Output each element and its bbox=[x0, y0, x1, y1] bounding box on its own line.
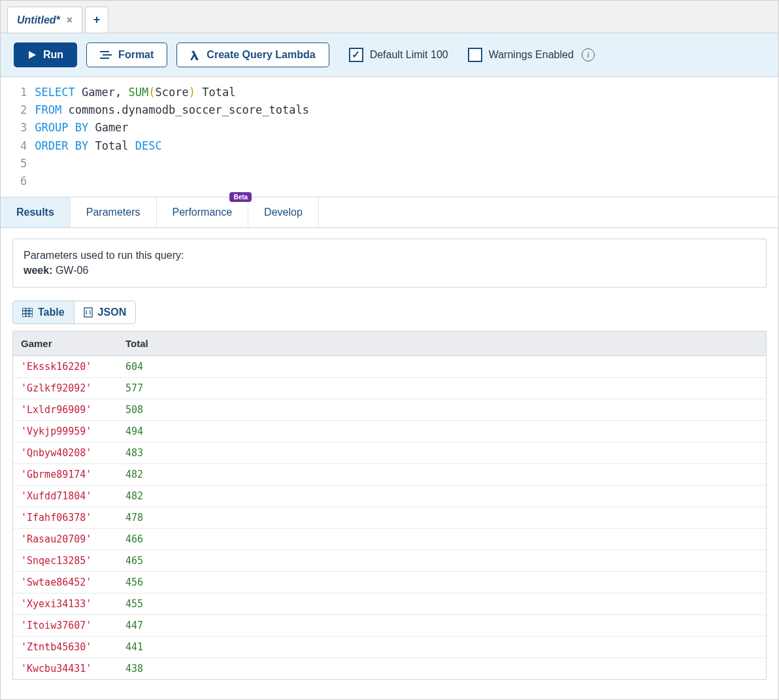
tab-performance-label: Performance bbox=[173, 207, 233, 218]
lambda-icon bbox=[190, 50, 200, 60]
table-row[interactable]: 'Vykjp99959'494 bbox=[13, 421, 766, 442]
results-table: Gamer Total 'Ekssk16220'604'Gzlkf92092'5… bbox=[12, 331, 767, 680]
table-row[interactable]: 'Qnbyw40208'483 bbox=[13, 442, 766, 464]
close-icon[interactable]: × bbox=[67, 14, 73, 26]
cell-gamer: 'Gzlkf92092' bbox=[13, 378, 118, 399]
svg-marker-0 bbox=[29, 51, 36, 59]
svg-rect-2 bbox=[103, 54, 112, 56]
cell-gamer: 'Ekssk16220' bbox=[13, 356, 118, 377]
table-row[interactable]: 'Rasau20709'466 bbox=[13, 529, 766, 550]
plus-icon: + bbox=[93, 13, 101, 27]
cell-total: 482 bbox=[118, 464, 766, 485]
cell-gamer: 'Ifahf06378' bbox=[13, 507, 118, 528]
cell-total: 465 bbox=[118, 550, 766, 571]
checkbox-icon bbox=[468, 48, 482, 62]
view-json-label: JSON bbox=[98, 307, 127, 318]
table-row[interactable]: 'Itoiw37607'447 bbox=[13, 615, 766, 637]
cell-total: 577 bbox=[118, 378, 766, 399]
cell-total: 478 bbox=[118, 507, 766, 528]
table-row[interactable]: 'Swtae86452'456 bbox=[13, 572, 766, 593]
info-icon[interactable]: i bbox=[582, 48, 595, 61]
cell-total: 441 bbox=[118, 637, 766, 658]
warnings-enabled-checkbox-wrap[interactable]: Warnings Enabled i bbox=[468, 48, 595, 62]
default-limit-label: Default Limit 100 bbox=[370, 49, 448, 61]
column-header-gamer[interactable]: Gamer bbox=[13, 331, 118, 356]
table-row[interactable]: 'Snqec13285'465 bbox=[13, 550, 766, 572]
warnings-enabled-label: Warnings Enabled bbox=[489, 49, 574, 61]
editor-tab-active[interactable]: Untitled* × bbox=[7, 7, 82, 33]
tab-performance[interactable]: Performance Beta bbox=[157, 197, 249, 227]
sql-editor[interactable]: 123456 SELECT Gamer, SUM(Score) Total FR… bbox=[1, 77, 778, 197]
svg-rect-1 bbox=[100, 51, 109, 52]
table-header: Gamer Total bbox=[13, 331, 766, 356]
table-row[interactable]: 'Ztntb45630'441 bbox=[13, 637, 766, 658]
table-row[interactable]: 'Lxldr96909'508 bbox=[13, 399, 766, 421]
table-icon bbox=[22, 308, 33, 317]
run-button-label: Run bbox=[43, 49, 63, 61]
editor-tabbar: Untitled* × + bbox=[1, 1, 778, 33]
editor-tab-title: Untitled* bbox=[17, 14, 60, 26]
cell-total: 438 bbox=[118, 658, 766, 679]
cell-gamer: 'Kwcbu34431' bbox=[13, 658, 118, 679]
cell-total: 447 bbox=[118, 615, 766, 636]
svg-rect-3 bbox=[100, 58, 109, 59]
table-row[interactable]: 'Gzlkf92092'577 bbox=[13, 378, 766, 399]
tab-results-label: Results bbox=[16, 207, 54, 218]
table-row[interactable]: 'Xufdd71804'482 bbox=[13, 486, 766, 507]
svg-rect-4 bbox=[22, 308, 33, 317]
table-row[interactable]: 'Ifahf06378'478 bbox=[13, 507, 766, 529]
cell-total: 456 bbox=[118, 572, 766, 593]
json-icon bbox=[84, 307, 93, 318]
cell-gamer: 'Itoiw37607' bbox=[13, 615, 118, 636]
app-root: Untitled* × + Run Format Create Query La… bbox=[0, 0, 779, 700]
cell-total: 455 bbox=[118, 593, 766, 614]
cell-total: 494 bbox=[118, 421, 766, 442]
format-button-label: Format bbox=[118, 49, 154, 61]
table-body: 'Ekssk16220'604'Gzlkf92092'577'Lxldr9690… bbox=[13, 356, 766, 679]
default-limit-checkbox-wrap[interactable]: Default Limit 100 bbox=[349, 48, 448, 62]
create-query-lambda-label: Create Query Lambda bbox=[207, 49, 315, 61]
cell-gamer: 'Swtae86452' bbox=[13, 572, 118, 593]
checkbox-icon bbox=[349, 48, 363, 62]
view-table-button[interactable]: Table bbox=[12, 301, 75, 324]
table-row[interactable]: 'Gbrme89174'482 bbox=[13, 464, 766, 486]
cell-gamer: 'Rasau20709' bbox=[13, 529, 118, 550]
cell-gamer: 'Xyexi34133' bbox=[13, 593, 118, 614]
tab-results[interactable]: Results bbox=[1, 197, 71, 227]
table-row[interactable]: 'Kwcbu34431'438 bbox=[13, 658, 766, 679]
cell-total: 604 bbox=[118, 356, 766, 377]
view-table-label: Table bbox=[38, 307, 65, 318]
column-header-total[interactable]: Total bbox=[118, 331, 766, 356]
new-tab-button[interactable]: + bbox=[85, 7, 108, 33]
cell-gamer: 'Snqec13285' bbox=[13, 550, 118, 571]
cell-gamer: 'Vykjp99959' bbox=[13, 421, 118, 442]
tab-develop[interactable]: Develop bbox=[248, 197, 319, 227]
format-icon bbox=[100, 50, 112, 59]
view-json-button[interactable]: JSON bbox=[75, 301, 137, 324]
cell-gamer: 'Qnbyw40208' bbox=[13, 442, 118, 463]
tab-parameters[interactable]: Parameters bbox=[71, 197, 157, 227]
tab-develop-label: Develop bbox=[264, 207, 303, 218]
result-view-toggle: Table JSON bbox=[12, 301, 767, 324]
cell-total: 482 bbox=[118, 486, 766, 507]
parameter-key: week: bbox=[24, 265, 52, 276]
tab-parameters-label: Parameters bbox=[86, 207, 141, 218]
format-button[interactable]: Format bbox=[86, 42, 167, 67]
code-content: SELECT Gamer, SUM(Score) Total FROM comm… bbox=[35, 77, 309, 197]
parameter-value: GW-06 bbox=[56, 265, 88, 276]
cell-gamer: 'Gbrme89174' bbox=[13, 464, 118, 485]
create-query-lambda-button[interactable]: Create Query Lambda bbox=[176, 42, 329, 67]
cell-total: 483 bbox=[118, 442, 766, 463]
play-icon bbox=[27, 50, 37, 59]
query-toolbar: Run Format Create Query Lambda Default L… bbox=[1, 33, 778, 77]
cell-gamer: 'Xufdd71804' bbox=[13, 486, 118, 507]
parameters-intro: Parameters used to run this query: bbox=[24, 248, 755, 263]
cell-gamer: 'Ztntb45630' bbox=[13, 637, 118, 658]
table-row[interactable]: 'Ekssk16220'604 bbox=[13, 356, 766, 378]
run-button[interactable]: Run bbox=[14, 42, 77, 67]
svg-rect-9 bbox=[84, 308, 92, 317]
cell-total: 508 bbox=[118, 399, 766, 420]
table-row[interactable]: 'Xyexi34133'455 bbox=[13, 593, 766, 615]
results-tabbar: Results Parameters Performance Beta Deve… bbox=[1, 197, 778, 228]
parameters-used-box: Parameters used to run this query: week:… bbox=[12, 239, 767, 288]
